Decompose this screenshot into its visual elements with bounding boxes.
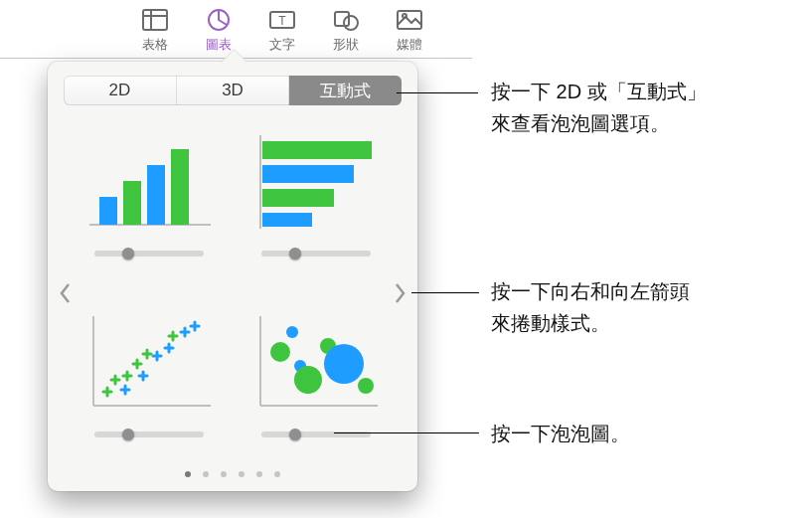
segment-2d[interactable]: 2D [64, 76, 177, 105]
svg-text:T: T [278, 14, 286, 28]
svg-rect-14 [171, 149, 189, 225]
svg-point-9 [403, 14, 406, 18]
callout-text-line: 來捲動樣式。 [491, 307, 690, 339]
chart-picker-popover: 2D 3D 互動式 [48, 62, 417, 491]
toolbar-item-media[interactable]: 媒體 [384, 6, 435, 54]
page-dot[interactable] [221, 471, 227, 477]
svg-rect-12 [123, 181, 141, 225]
svg-point-49 [286, 326, 298, 338]
main-toolbar: 表格 圖表 T 文字 形狀 [129, 0, 435, 60]
column-chart-icon [81, 125, 217, 237]
text-icon: T [267, 6, 297, 34]
callout-text-line: 按一下向右和向左箭頭 [491, 275, 690, 307]
svg-rect-16 [262, 141, 372, 159]
svg-point-51 [294, 366, 322, 394]
callout-text-line: 按一下 2D 或「互動式」 [491, 76, 707, 107]
chart-option-bar[interactable] [248, 125, 384, 274]
svg-rect-0 [143, 10, 167, 30]
callout-leader [411, 292, 479, 293]
page-indicator [48, 471, 417, 477]
chart-slider[interactable] [94, 432, 204, 437]
next-style-arrow[interactable] [388, 278, 411, 308]
toolbar-label: 形狀 [333, 36, 359, 54]
prev-style-arrow[interactable] [54, 278, 78, 308]
svg-rect-6 [335, 12, 349, 26]
callout-leader [334, 432, 479, 433]
svg-rect-13 [147, 165, 165, 225]
callout-leader [397, 92, 478, 93]
svg-rect-17 [262, 165, 354, 183]
bubble-chart-icon [248, 306, 384, 418]
toolbar-item-table[interactable]: 表格 [129, 6, 181, 54]
segment-label: 互動式 [320, 80, 371, 102]
page-dot[interactable] [274, 471, 280, 477]
chart-slider[interactable] [261, 251, 371, 257]
page-dot[interactable] [203, 471, 209, 477]
svg-point-48 [270, 342, 290, 362]
page-dot[interactable] [185, 471, 191, 477]
chevron-right-icon [393, 282, 406, 304]
chart-option-column[interactable] [81, 125, 217, 274]
callout-text-line: 按一下泡泡圖。 [491, 423, 630, 444]
page-dot[interactable] [239, 471, 244, 477]
svg-rect-11 [99, 197, 117, 225]
svg-rect-19 [262, 213, 312, 227]
chart-slider[interactable] [94, 251, 204, 257]
shape-icon [331, 6, 361, 34]
scatter-chart-icon [81, 306, 217, 418]
toolbar-item-text[interactable]: T 文字 [256, 6, 308, 54]
segment-label: 2D [108, 81, 130, 100]
segment-label: 3D [222, 81, 244, 100]
callout-3: 按一下泡泡圖。 [491, 418, 630, 449]
svg-point-54 [358, 378, 374, 394]
chart-thumbnail-grid [81, 125, 384, 455]
toolbar-label: 媒體 [397, 36, 422, 54]
callout-text-line: 來查看泡泡圖選項。 [491, 107, 707, 139]
toolbar-item-chart[interactable]: 圖表 [193, 6, 244, 54]
toolbar-label: 圖表 [206, 36, 232, 54]
svg-point-53 [324, 344, 364, 384]
media-icon [395, 6, 424, 34]
toolbar-label: 文字 [269, 36, 295, 54]
segment-3d[interactable]: 3D [177, 76, 290, 105]
bar-chart-icon [248, 125, 384, 237]
segment-interactive[interactable]: 互動式 [289, 76, 402, 105]
page-dot[interactable] [256, 471, 262, 477]
callout-2: 按一下向右和向左箭頭 來捲動樣式。 [491, 275, 690, 339]
callout-1: 按一下 2D 或「互動式」 來查看泡泡圖選項。 [491, 76, 707, 139]
toolbar-label: 表格 [142, 36, 168, 54]
chart-option-scatter[interactable] [81, 306, 217, 455]
svg-point-7 [344, 16, 358, 30]
table-icon [140, 6, 170, 34]
toolbar-item-shape[interactable]: 形狀 [320, 6, 372, 54]
svg-rect-18 [262, 189, 334, 207]
chevron-left-icon [59, 282, 73, 304]
chart-icon [204, 6, 234, 34]
chart-type-segment: 2D 3D 互動式 [64, 76, 402, 105]
